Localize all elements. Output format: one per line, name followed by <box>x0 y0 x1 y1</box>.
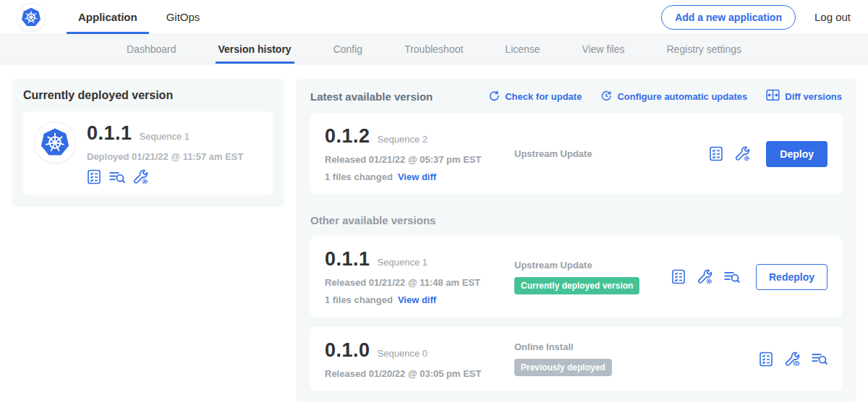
subnav-tab-license[interactable]: License <box>505 35 540 64</box>
check-for-update-link[interactable]: Check for update <box>488 89 582 103</box>
sequence-label: Sequence 2 <box>378 134 427 145</box>
subnav-tab-registry-settings[interactable]: Registry settings <box>667 35 741 64</box>
view-diff-link[interactable]: View diff <box>398 294 436 305</box>
files-changed-label: 1 files changed <box>325 171 393 182</box>
add-new-application-button[interactable]: Add a new application <box>661 5 796 30</box>
preflight-checks-icon[interactable] <box>671 269 686 284</box>
header-right: Add a new application Log out <box>661 5 851 30</box>
released-timestamp: Released 01/21/22 @ 11:48 am EST <box>325 277 514 288</box>
version-source-label: Upstream Update <box>514 260 671 271</box>
deployed-sequence-label: Sequence 1 <box>140 131 190 142</box>
deployed-timestamp: Deployed 01/21/22 @ 11:57 am EST <box>87 151 243 162</box>
version-number: 0.1.0 <box>325 339 370 362</box>
deploy-logs-icon[interactable] <box>109 171 125 184</box>
version-info-column: 0.1.1 Sequence 1 Released 01/21/22 @ 11:… <box>325 248 514 305</box>
files-changed-label: 1 files changed <box>325 294 393 305</box>
deploy-button[interactable]: Deploy <box>766 141 827 167</box>
edit-config-icon[interactable] <box>735 146 750 161</box>
diff-icon <box>766 89 780 103</box>
diff-versions-label: Diff versions <box>785 91 842 102</box>
version-card-0-1-1: 0.1.1 Sequence 1 Released 01/21/22 @ 11:… <box>310 237 842 317</box>
version-info-column: 0.1.2 Sequence 2 Released 01/21/22 @ 05:… <box>325 125 514 182</box>
view-config-icon[interactable] <box>785 352 800 367</box>
subnav-tab-version-history-label: Version history <box>218 43 292 55</box>
released-timestamp: Released 01/20/22 @ 03:05 pm EST <box>325 368 514 379</box>
check-for-update-label: Check for update <box>505 91 582 102</box>
previously-deployed-badge: Previously deployed <box>514 359 612 376</box>
configure-automatic-updates-label: Configure automatic updates <box>617 91 747 102</box>
version-history-content: Currently deployed version 0.1.1 Sequenc… <box>0 64 868 408</box>
tab-application[interactable]: Application <box>64 0 152 34</box>
subnav-tab-version-history[interactable]: Version history <box>218 35 292 64</box>
tab-gitops[interactable]: GitOps <box>152 0 215 34</box>
version-actions-column: Redeploy <box>671 264 827 290</box>
version-source-column: Upstream Update <box>514 148 709 159</box>
version-info-column: 0.1.0 Sequence 0 Released 01/20/22 @ 03:… <box>325 339 514 379</box>
deployed-version-number: 0.1.1 <box>87 122 132 145</box>
edit-config-icon[interactable] <box>133 169 148 184</box>
preflight-checks-icon[interactable] <box>87 169 101 184</box>
version-actions-column <box>759 352 827 367</box>
subnav-tab-view-files-label: View files <box>582 43 625 55</box>
available-versions-panel: Latest available version Check for updat… <box>296 79 856 402</box>
configure-automatic-updates-link[interactable]: Configure automatic updates <box>600 89 747 103</box>
preflight-checks-icon[interactable] <box>709 146 723 161</box>
app-subnav: Dashboard Version history Config Trouble… <box>0 34 868 64</box>
version-card-0-1-2: 0.1.2 Sequence 2 Released 01/21/22 @ 05:… <box>310 114 842 194</box>
subnav-tab-license-label: License <box>505 43 540 55</box>
currently-deployed-panel: Currently deployed version 0.1.1 Sequenc… <box>12 79 284 207</box>
version-card-0-1-0: 0.1.0 Sequence 0 Released 01/20/22 @ 03:… <box>310 327 842 391</box>
sequence-label: Sequence 1 <box>378 257 427 268</box>
subnav-tab-troubleshoot[interactable]: Troubleshoot <box>404 35 463 64</box>
version-number: 0.1.1 <box>325 248 370 271</box>
sequence-label: Sequence 0 <box>378 348 427 359</box>
edit-config-icon[interactable] <box>697 269 712 284</box>
subnav-tab-config-label: Config <box>333 43 362 55</box>
header-tabs: Application GitOps <box>64 0 214 34</box>
top-header: Application GitOps Add a new application… <box>0 0 868 34</box>
subnav-tab-config[interactable]: Config <box>333 35 362 64</box>
version-source-label: Online Install <box>514 341 759 352</box>
subnav-tab-dashboard-label: Dashboard <box>127 43 176 55</box>
version-actions-column: Deploy <box>709 141 827 167</box>
redeploy-button[interactable]: Redeploy <box>756 264 827 290</box>
logout-button[interactable]: Log out <box>814 11 851 23</box>
app-logo-icon <box>35 122 75 163</box>
other-available-versions-title: Other available versions <box>310 214 842 226</box>
version-source-column: Online Install Previously deployed <box>514 341 759 376</box>
deployed-actions <box>87 169 243 184</box>
currently-deployed-title: Currently deployed version <box>23 89 273 102</box>
subnav-tab-view-files[interactable]: View files <box>582 35 625 64</box>
refresh-icon <box>488 90 500 103</box>
currently-deployed-card: 0.1.1 Sequence 1 Deployed 01/21/22 @ 11:… <box>23 111 273 195</box>
version-actions: Check for update Configure automatic upd… <box>488 89 842 103</box>
clock-refresh-icon <box>600 90 612 103</box>
released-timestamp: Released 01/21/22 @ 05:37 pm EST <box>325 154 514 165</box>
kubernetes-logo-icon <box>17 4 45 31</box>
latest-available-title: Latest available version <box>310 90 433 103</box>
version-source-label: Upstream Update <box>514 148 709 159</box>
deploy-logs-icon[interactable] <box>724 271 740 284</box>
tab-gitops-label: GitOps <box>166 11 200 23</box>
version-number: 0.1.2 <box>325 125 370 148</box>
diff-versions-link[interactable]: Diff versions <box>766 89 842 103</box>
tab-application-label: Application <box>78 11 137 23</box>
subnav-tab-registry-settings-label: Registry settings <box>667 43 741 55</box>
view-diff-link[interactable]: View diff <box>398 171 436 182</box>
deploy-logs-icon[interactable] <box>812 352 827 365</box>
version-source-column: Upstream Update Currently deployed versi… <box>514 260 671 294</box>
subnav-tab-troubleshoot-label: Troubleshoot <box>404 43 463 55</box>
preflight-checks-icon[interactable] <box>759 352 773 367</box>
currently-deployed-badge: Currently deployed version <box>514 277 639 294</box>
deployed-version-info: 0.1.1 Sequence 1 Deployed 01/21/22 @ 11:… <box>87 122 243 184</box>
subnav-tab-dashboard[interactable]: Dashboard <box>127 35 176 64</box>
